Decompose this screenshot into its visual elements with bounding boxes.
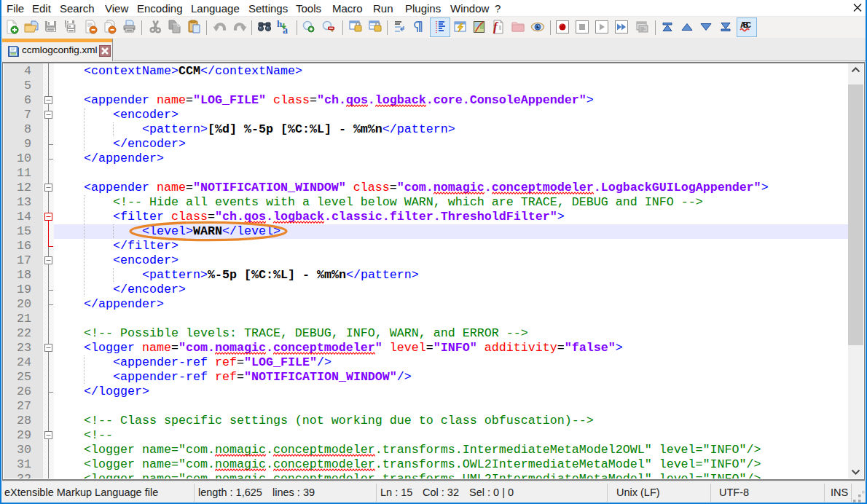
svg-text:h: h (277, 20, 283, 29)
svg-text:ABC: ABC (740, 21, 751, 29)
